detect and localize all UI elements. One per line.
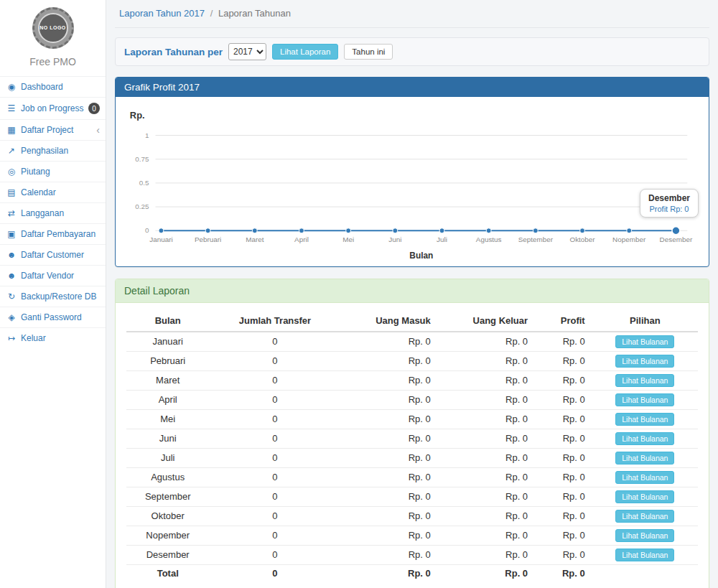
sidebar-item-daftar-customer[interactable]: ☻Daftar Customer — [0, 244, 106, 265]
sidebar-item-label: Langganan — [21, 208, 100, 218]
uang-masuk-cell: Rp. 0 — [340, 332, 437, 352]
sidebar-item-calendar[interactable]: ▤Calendar — [0, 182, 106, 202]
uang-masuk-cell: Rp. 0 — [340, 429, 437, 448]
month-cell: September — [126, 487, 209, 506]
lihat-bulanan-button[interactable]: Lihat Bulanan — [615, 432, 674, 445]
month-cell: Desember — [126, 545, 209, 564]
tahun-ini-button[interactable]: Tahun ini — [344, 44, 393, 60]
breadcrumb-current: Laporan Tahunan — [218, 8, 291, 19]
lihat-bulanan-button[interactable]: Lihat Bulanan — [615, 413, 674, 426]
uang-keluar-cell: Rp. 0 — [438, 390, 535, 409]
profit-line-chart[interactable]: Rp.00.250.50.751JanuariPebruariMaretApri… — [118, 101, 706, 265]
sidebar-item-ganti-password[interactable]: ◈Ganti Password — [0, 307, 106, 327]
sidebar-item-label: Ganti Password — [21, 312, 100, 322]
no-logo-text: NO LOGO — [38, 13, 68, 43]
table-row: Juli0Rp. 0Rp. 0Rp. 0Lihat Bulanan — [126, 448, 698, 467]
sidebar-item-piutang[interactable]: ◎Piutang — [0, 161, 106, 182]
jumlah-transfer-cell: 0 — [209, 370, 340, 390]
profit-cell: Rp. 0 — [535, 332, 592, 352]
uang-keluar-cell: Rp. 0 — [438, 409, 535, 429]
uang-keluar-cell: Rp. 0 — [438, 351, 535, 370]
svg-text:April: April — [294, 235, 309, 243]
table-row: Mei0Rp. 0Rp. 0Rp. 0Lihat Bulanan — [126, 409, 698, 429]
table-row: September0Rp. 0Rp. 0Rp. 0Lihat Bulanan — [126, 487, 698, 506]
svg-text:Nopember: Nopember — [612, 235, 646, 243]
svg-text:1: 1 — [145, 131, 149, 139]
job-count-badge: 0 — [88, 103, 100, 114]
project-table-icon: ▦ — [6, 125, 17, 135]
month-cell: Agustus — [126, 467, 209, 487]
lihat-bulanan-button[interactable]: Lihat Bulanan — [615, 393, 674, 406]
sidebar-item-daftar-vendor[interactable]: ☻Daftar Vendor — [0, 265, 106, 286]
sidebar: NO LOGO Free PMO ◉Dashboard☰Job on Progr… — [0, 0, 106, 588]
sidebar-item-dashboard[interactable]: ◉Dashboard — [0, 76, 106, 97]
breadcrumb-separator: / — [210, 8, 213, 19]
sidebar-item-label: Piutang — [21, 167, 100, 177]
lihat-bulanan-button[interactable]: Lihat Bulanan — [615, 335, 674, 348]
sidebar-item-keluar[interactable]: ↦Keluar — [0, 327, 106, 348]
uang-keluar-cell: Rp. 0 — [438, 332, 535, 352]
dashboard-icon: ◉ — [6, 82, 17, 92]
subscription-icon: ⇄ — [6, 208, 17, 218]
brand-name: Free PMO — [0, 56, 106, 67]
pilihan-cell: Lihat Bulanan — [592, 448, 698, 467]
lihat-laporan-button[interactable]: Lihat Laporan — [272, 44, 338, 60]
jumlah-transfer-cell: 0 — [209, 429, 340, 448]
breadcrumb-parent-link[interactable]: Laporan Tahun 2017 — [119, 8, 205, 19]
chart-area: Rp.00.250.50.751JanuariPebruariMaretApri… — [116, 97, 709, 266]
month-cell: Juli — [126, 448, 209, 467]
col-header-pilihan: Pilihan — [592, 310, 698, 332]
pilihan-cell: Lihat Bulanan — [592, 487, 698, 506]
lihat-bulanan-button[interactable]: Lihat Bulanan — [615, 452, 674, 465]
uang-keluar-cell: Rp. 0 — [438, 467, 535, 487]
sidebar-item-penghasilan[interactable]: ↗Penghasilan — [0, 140, 106, 161]
no-logo-seal: NO LOGO — [32, 7, 74, 49]
profit-cell: Rp. 0 — [535, 487, 592, 506]
uang-masuk-cell: Rp. 0 — [340, 545, 437, 564]
table-row: Pebruari0Rp. 0Rp. 0Rp. 0Lihat Bulanan — [126, 351, 698, 370]
pilihan-cell: Lihat Bulanan — [592, 526, 698, 545]
svg-text:September: September — [518, 235, 554, 243]
lihat-bulanan-button[interactable]: Lihat Bulanan — [615, 549, 674, 561]
detail-laporan-panel: Detail Laporan Bulan Jumlah Transfer Uan… — [115, 279, 709, 588]
sidebar-item-backup-restore-db[interactable]: ↻Backup/Restore DB — [0, 286, 106, 307]
jumlah-transfer-cell: 0 — [209, 545, 340, 564]
customers-icon: ☻ — [6, 250, 17, 260]
lihat-bulanan-button[interactable]: Lihat Bulanan — [615, 355, 674, 368]
pilihan-cell: Lihat Bulanan — [592, 429, 698, 448]
sidebar-item-daftar-project[interactable]: ▦Daftar Project‹ — [0, 119, 106, 140]
laporan-table: Bulan Jumlah Transfer Uang Masuk Uang Ke… — [126, 310, 698, 582]
calendar-icon: ▤ — [6, 187, 17, 197]
sidebar-item-label: Backup/Restore DB — [21, 291, 100, 302]
receivable-icon: ◎ — [6, 167, 17, 177]
col-header-bulan: Bulan — [126, 310, 209, 332]
total-uang-keluar-cell: Rp. 0 — [438, 564, 535, 582]
lihat-bulanan-button[interactable]: Lihat Bulanan — [615, 529, 674, 542]
svg-text:Oktober: Oktober — [569, 235, 595, 243]
svg-text:0: 0 — [145, 226, 149, 234]
year-select[interactable]: 2017 — [228, 43, 266, 60]
lihat-bulanan-button[interactable]: Lihat Bulanan — [615, 510, 674, 523]
sidebar-item-label: Penghasilan — [21, 146, 100, 156]
lihat-bulanan-button[interactable]: Lihat Bulanan — [615, 374, 674, 387]
uang-masuk-cell: Rp. 0 — [340, 526, 437, 545]
svg-text:Pebruari: Pebruari — [195, 235, 221, 243]
lihat-bulanan-button[interactable]: Lihat Bulanan — [615, 490, 674, 503]
table-row: Juni0Rp. 0Rp. 0Rp. 0Lihat Bulanan — [126, 429, 698, 448]
uang-masuk-cell: Rp. 0 — [340, 390, 437, 409]
main-content: Laporan Tahun 2017 / Laporan Tahunan Lap… — [106, 0, 718, 588]
sidebar-item-langganan[interactable]: ⇄Langganan — [0, 202, 106, 223]
uang-keluar-cell: Rp. 0 — [438, 526, 535, 545]
month-cell: Oktober — [126, 506, 209, 526]
table-row: Januari0Rp. 0Rp. 0Rp. 0Lihat Bulanan — [126, 332, 698, 352]
table-row: Nopember0Rp. 0Rp. 0Rp. 0Lihat Bulanan — [126, 526, 698, 545]
col-header-uang-masuk: Uang Masuk — [340, 310, 437, 332]
lihat-bulanan-button[interactable]: Lihat Bulanan — [615, 471, 674, 484]
sidebar-item-label: Daftar Customer — [21, 250, 100, 260]
uang-masuk-cell: Rp. 0 — [340, 487, 437, 506]
svg-text:Juni: Juni — [388, 235, 401, 243]
sidebar-item-daftar-pembayaran[interactable]: ▣Daftar Pembayaran — [0, 223, 106, 244]
pilihan-cell: Lihat Bulanan — [592, 332, 698, 352]
sidebar-item-job-on-progress[interactable]: ☰Job on Progress0 — [0, 97, 106, 119]
total-jumlah-transfer-cell: 0 — [209, 564, 340, 582]
